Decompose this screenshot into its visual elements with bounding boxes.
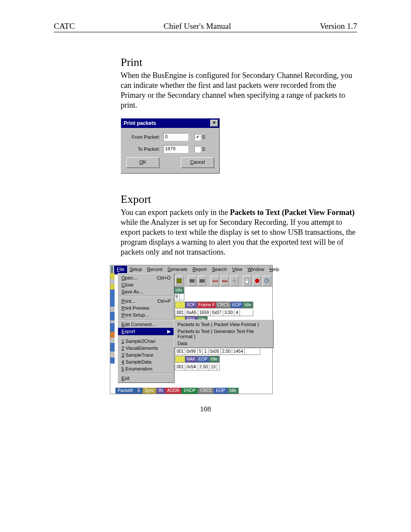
close-icon[interactable]: ✕	[210, 120, 218, 127]
toolbar-button-3[interactable]	[198, 276, 206, 286]
export-submenu-item[interactable]: Packets to Text ( Packet View Format )	[174, 321, 273, 328]
file-menu: Open...Ctrl+OCloseSave As...Print...Ctrl…	[118, 273, 174, 383]
toolbar-button-2[interactable]	[188, 276, 196, 286]
bottom-strip-cell: Sync	[143, 388, 156, 394]
cancel-button[interactable]: Cancel	[181, 157, 214, 168]
from-packet-input[interactable]: 0	[163, 133, 188, 141]
file-menu-item[interactable]: Print...Ctrl+P	[118, 298, 174, 305]
svg-point-10	[255, 279, 259, 283]
svg-rect-2	[199, 279, 205, 283]
file-menu-item[interactable]: Print Setup...	[118, 311, 174, 318]
svg-rect-1	[190, 279, 195, 283]
toolbar-button-1[interactable]	[175, 276, 184, 286]
toolbar-button-clock[interactable]	[262, 276, 271, 286]
to-secondary-checkbox[interactable]	[194, 146, 201, 152]
svg-text:Sof: Sof	[212, 279, 218, 283]
file-menu-item[interactable]: Exit	[118, 375, 174, 382]
export-heading: Export	[121, 193, 362, 206]
header-right: Version 1.7	[320, 22, 357, 31]
packet-row: SOFFrame #CRC5EOPIdle0010xA516590x073.00…	[175, 302, 253, 317]
bottom-strip-cell: Idle	[227, 388, 239, 394]
file-menu-item[interactable]: 5 Enumeration	[118, 365, 174, 372]
toolbar-button-nak[interactable]: Nak	[221, 276, 229, 286]
toolbar-button-note[interactable]	[243, 276, 252, 286]
file-menu-item[interactable]: 3 SampleTrace	[118, 352, 174, 358]
file-menu-item[interactable]: Open...Ctrl+O	[118, 274, 174, 281]
dialog-titlebar: Print packets ✕	[121, 118, 219, 128]
print-packets-dialog: Print packets ✕ From Packet: 0 ✔ S To Pa…	[121, 118, 220, 174]
toolbar-button-sof[interactable]: Sof	[211, 276, 219, 286]
toolbar-button-crosshair[interactable]	[230, 276, 239, 286]
file-menu-item[interactable]: Print Preview	[118, 305, 174, 311]
menubar-item-view[interactable]: View	[230, 266, 245, 274]
menubar-item-help[interactable]: Help	[267, 266, 282, 274]
header-center: Chief User's Manual	[164, 22, 231, 31]
from-packet-label: From Packet:	[125, 134, 160, 140]
export-body-text: You can export packets only in the Packe…	[121, 208, 362, 257]
print-heading: Print	[121, 56, 362, 69]
print-body-text: When the BusEngine is configured for Sec…	[121, 71, 362, 110]
to-packet-input[interactable]: 1879	[163, 145, 188, 153]
packet-row: NAKEOPIdle0010x5A2.5013	[175, 356, 220, 372]
analyzer-app-window: FileSetupRecordGenerateReportSearchViewW…	[110, 265, 273, 394]
file-menu-item[interactable]: Edit Comment...	[118, 321, 174, 328]
bottom-strip-cell: ADDR	[165, 388, 181, 394]
to-secondary-label: S	[202, 146, 205, 152]
page-header: CATC Chief User's Manual Version 1.7	[54, 22, 357, 31]
bottom-strip-cell: E	[135, 388, 143, 394]
file-menu-item[interactable]: 1 Sample2Chan	[118, 338, 174, 345]
header-left: CATC	[54, 22, 75, 31]
bottom-strip-cell: EOP	[214, 388, 227, 394]
file-menu-item[interactable]: Close	[118, 281, 174, 288]
bottom-strip-cell: CRC5	[198, 388, 214, 394]
file-menu-item[interactable]: 2 VisualElements	[118, 345, 174, 352]
ok-button[interactable]: OK	[126, 157, 159, 168]
to-packet-label: To Packet:	[125, 146, 160, 152]
svg-rect-0	[177, 279, 181, 283]
menubar-item-window[interactable]: Window	[245, 266, 267, 274]
bottom-strip-cell: ENDP	[181, 388, 198, 394]
bottom-strip-cell: IN	[156, 388, 165, 394]
from-secondary-label: S	[202, 134, 205, 140]
side-color-stripes	[110, 273, 115, 364]
bottom-strip: Packet#ESyncINADDRENDPCRC5EOPIdle	[115, 388, 272, 394]
header-rule	[54, 32, 357, 32]
menubar-item-report[interactable]: Report	[190, 266, 209, 274]
export-submenu-item[interactable]: Data	[174, 340, 273, 347]
menubar-item-search[interactable]: Search	[209, 266, 230, 274]
file-menu-item[interactable]: 4 SampleData	[118, 358, 174, 365]
bottom-strip-cell: Packet#	[115, 388, 135, 394]
page-number: 108	[0, 405, 411, 414]
file-menu-item[interactable]: Export▶	[118, 328, 174, 335]
svg-rect-7	[245, 278, 249, 283]
toolbar: Sof Nak	[174, 275, 272, 287]
export-submenu-item[interactable]: Packets to Text ( Generator Text File Fo…	[174, 328, 273, 340]
from-secondary-checkbox[interactable]: ✔	[194, 134, 201, 140]
file-menu-item[interactable]: Save As...	[118, 288, 174, 295]
export-submenu: Packets to Text ( Packet View Format )Pa…	[174, 320, 274, 348]
idle-badge: Idle 9	[174, 287, 184, 300]
svg-text:Nak: Nak	[222, 279, 227, 283]
dialog-title: Print packets	[124, 120, 156, 126]
toolbar-button-record[interactable]	[253, 276, 262, 286]
